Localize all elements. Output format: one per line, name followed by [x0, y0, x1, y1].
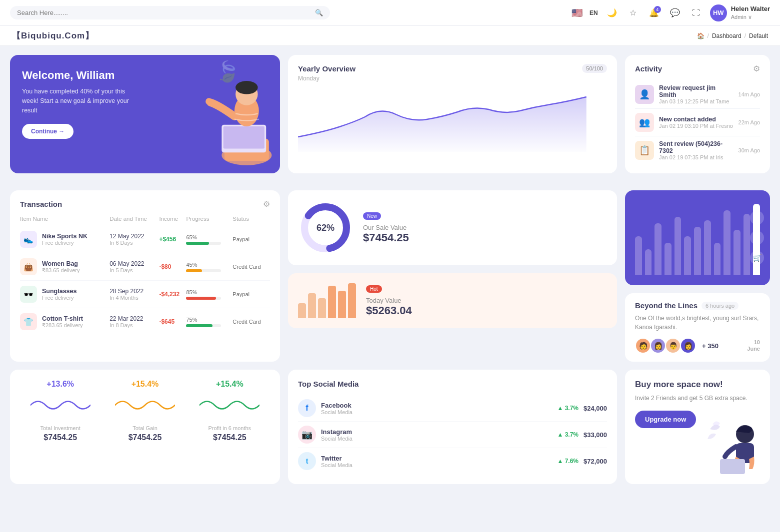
continue-button[interactable]: Continue →: [22, 124, 74, 139]
sale-value: $7454.25: [363, 231, 409, 244]
today-value: $5263.04: [366, 304, 412, 317]
social-list: f Facebook Social Media ▲ 3.7% $24,000 📷…: [298, 395, 607, 474]
income-cell: -$645: [159, 308, 186, 336]
today-bar: [328, 286, 336, 318]
table-row[interactable]: 👟 Nike Sports NK Free delivery 12 May 20…: [20, 226, 270, 253]
svg-rect-3: [224, 126, 264, 148]
search-bar[interactable]: 🔍: [10, 6, 330, 19]
avatars-row: 🧑👩👨👩+ 350: [635, 338, 718, 354]
stat-pct: +13.6%: [22, 380, 98, 389]
welcome-desc: You have completed 40% of your this week…: [22, 87, 137, 115]
col-status: Status: [232, 216, 270, 226]
activity-header: Activity ⚙: [635, 64, 760, 73]
stat-item: +15.4% Profit in 6 months $7454.25: [192, 380, 268, 474]
today-label: Today Value: [366, 297, 412, 304]
activity-list: 👤 Review request jim Smith Jan 03 19 12:…: [635, 80, 760, 164]
home-icon[interactable]: 🏠: [697, 32, 704, 39]
first-row: 🍃 Welcome, William You have completed 40…: [0, 46, 780, 182]
fullscreen-icon[interactable]: ⛶: [689, 6, 703, 20]
item-sub: Free delivery: [42, 295, 76, 301]
member-avatar: 👨: [665, 338, 681, 354]
chart-bar: [654, 223, 662, 275]
notification-icon[interactable]: 🔔 4: [647, 6, 661, 20]
item-name: Women Bag: [42, 260, 80, 267]
social-header: Top Social Media: [298, 380, 607, 388]
item-sub: Free delivery: [42, 240, 88, 246]
chart-bar: [694, 227, 701, 276]
table-row[interactable]: 👜 Women Bag ₹83.65 delivery 06 May 2022 …: [20, 253, 270, 281]
beyond-card: Beyond the Lines 6 hours ago One Of the …: [625, 293, 770, 362]
activity-info: Sent review (504)236-7302 Jan 02 19 07:3…: [659, 140, 734, 160]
social-pct: ▲ 3.7%: [557, 405, 578, 412]
status-cell: Credit Card: [232, 253, 270, 281]
stat-label: Profit in 6 months: [192, 425, 268, 431]
bar-chart-card: ⟲ ⚙ 🛒: [625, 190, 770, 285]
chart-action-1[interactable]: ⟲: [750, 211, 764, 225]
stat-value: $7454.25: [106, 433, 183, 442]
brand-logo[interactable]: 【Biqubiqu.Com】: [12, 30, 94, 41]
lang-label[interactable]: EN: [590, 9, 598, 16]
item-name: Cotton T-shirt: [42, 315, 83, 322]
social-value: $24,000: [584, 405, 607, 412]
chart-bar: [734, 230, 740, 275]
stat-item: +13.6% Total Investment $7454.25: [22, 380, 98, 474]
top-nav: 🔍 🇺🇸 EN 🌙 ☆ 🔔 4 💬 ⛶ HW Helen Walter Admi…: [0, 0, 780, 26]
today-bar-chart: [298, 283, 356, 318]
stat-value: $7454.25: [192, 433, 268, 442]
social-value: $33,000: [584, 431, 607, 439]
activity-title-text: Review request jim Smith: [659, 84, 734, 98]
search-icon[interactable]: 🔍: [315, 9, 323, 16]
activity-thumb: 👤: [635, 85, 654, 104]
right-column: ⟲ ⚙ 🛒 Beyond the Lines 6 hours ago One O…: [625, 190, 770, 362]
today-info: Hot Today Value $5263.04: [366, 285, 412, 317]
social-info: Instagram Social Media: [321, 428, 552, 442]
activity-item[interactable]: 📋 Sent review (504)236-7302 Jan 02 19 07…: [635, 136, 760, 164]
activity-sub-text: Jan 03 19 12:25 PM at Tame: [659, 98, 734, 104]
item-sub: ₹83.65 delivery: [42, 267, 80, 274]
social-icon: 📷: [298, 426, 316, 444]
social-name: Twitter: [321, 455, 552, 462]
stat-value: $7454.25: [22, 433, 98, 442]
table-row[interactable]: 🕶️ Sunglasses Free delivery 28 Sep 2022 …: [20, 281, 270, 308]
social-info: Facebook Social Media: [321, 402, 552, 415]
activity-title-text: Sent review (504)236-7302: [659, 140, 734, 154]
status-cell: Paypal: [232, 226, 270, 253]
progress-cell: 65%: [186, 226, 232, 253]
mid-column: 62% New Our Sale Value $7454.25 Hot Toda…: [288, 190, 617, 362]
social-icon: t: [298, 452, 316, 470]
user-profile[interactable]: HW Helen Walter Admin ∨: [710, 4, 770, 21]
search-input[interactable]: [17, 9, 311, 16]
social-row[interactable]: f Facebook Social Media ▲ 3.7% $24,000: [298, 395, 607, 422]
social-row[interactable]: 📷 Instagram Social Media ▲ 3.7% $33,000: [298, 422, 607, 448]
beyond-desc: One Of the world,s brightest, young surf…: [635, 314, 760, 332]
activity-settings-icon[interactable]: ⚙: [753, 64, 760, 73]
upgrade-card: Buy more space now! Invite 2 Friends and…: [625, 370, 770, 484]
transaction-settings-icon[interactable]: ⚙: [263, 199, 270, 209]
social-row[interactable]: t Twitter Social Media ▲ 7.6% $72,000: [298, 448, 607, 474]
activity-item[interactable]: 👤 Review request jim Smith Jan 03 19 12:…: [635, 80, 760, 109]
activity-card: Activity ⚙ 👤 Review request jim Smith Ja…: [625, 55, 770, 173]
activity-item[interactable]: 👥 New contact added Jan 02 19 03:10 PM a…: [635, 109, 760, 136]
activity-time: 14m Ago: [738, 91, 760, 97]
chart-settings[interactable]: ⚙: [750, 231, 764, 245]
transaction-card: Transaction ⚙ Item Name Date and Time In…: [10, 190, 280, 362]
bookmark-icon[interactable]: ☆: [626, 6, 640, 20]
activity-time: 30m Ago: [738, 147, 760, 153]
yearly-overview-card: Yearly Overview 50/100 Monday: [288, 55, 617, 173]
message-icon[interactable]: 💬: [668, 6, 682, 20]
today-badge: Hot: [366, 285, 382, 293]
donut-chart: 62%: [298, 200, 353, 255]
income-cell: +$456: [159, 226, 186, 253]
beyond-footer: 🧑👩👨👩+ 350 10 June: [635, 338, 760, 354]
upgrade-button[interactable]: Upgrade now: [635, 411, 696, 428]
table-row[interactable]: 👕 Cotton T-shirt ₹283.65 delivery 22 Mar…: [20, 308, 270, 336]
avatar-plus-count: + 350: [702, 342, 718, 350]
breadcrumb: 🏠 / Dashboard / Default: [697, 32, 768, 39]
stat-wave: [30, 393, 90, 418]
yearly-header: Yearly Overview 50/100: [298, 64, 607, 73]
breadcrumb-dashboard[interactable]: Dashboard: [712, 32, 742, 39]
status-cell: Paypal: [232, 281, 270, 308]
chart-cart[interactable]: 🛒: [750, 251, 764, 265]
theme-toggle[interactable]: 🌙: [605, 6, 619, 20]
flag-icon: 🇺🇸: [572, 7, 582, 18]
